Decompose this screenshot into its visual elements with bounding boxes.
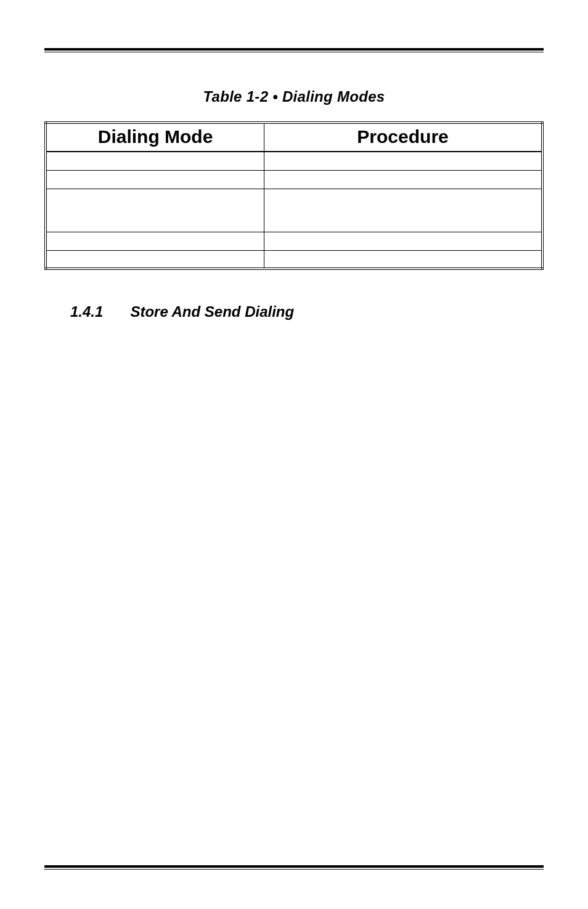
top-rule-group — [44, 48, 544, 52]
table-row — [46, 232, 542, 250]
bottom-rule-group — [44, 865, 544, 870]
table-cell-procedure — [264, 250, 542, 269]
bottom-rule-thin — [44, 869, 544, 870]
table-cell-mode — [46, 250, 264, 269]
bottom-rule-thick — [44, 865, 544, 868]
table-header-row: Dialing Mode Procedure — [46, 123, 542, 152]
section-title: Store And Send Dialing — [130, 303, 294, 320]
section-number: 1.4.1 — [70, 303, 103, 320]
top-rule-thick — [44, 48, 544, 51]
table-cell-procedure — [264, 189, 542, 232]
table-header-mode: Dialing Mode — [46, 123, 264, 152]
table-cell-mode — [46, 189, 264, 232]
table-cell-procedure — [264, 232, 542, 250]
table-row — [46, 250, 542, 269]
table-cell-mode — [46, 232, 264, 250]
table-caption: Table 1-2 • Dialing Modes — [44, 88, 544, 105]
table-header-procedure: Procedure — [264, 123, 542, 152]
section-heading: 1.4.1 Store And Send Dialing — [44, 303, 544, 320]
top-rule-thin — [44, 52, 544, 52]
table-row — [46, 189, 542, 232]
table-cell-mode — [46, 170, 264, 189]
table-row — [46, 152, 542, 170]
dialing-modes-table: Dialing Mode Procedure — [44, 121, 544, 270]
table-cell-mode — [46, 152, 264, 170]
table-row — [46, 170, 542, 189]
table-cell-procedure — [264, 170, 542, 189]
table-cell-procedure — [264, 152, 542, 170]
